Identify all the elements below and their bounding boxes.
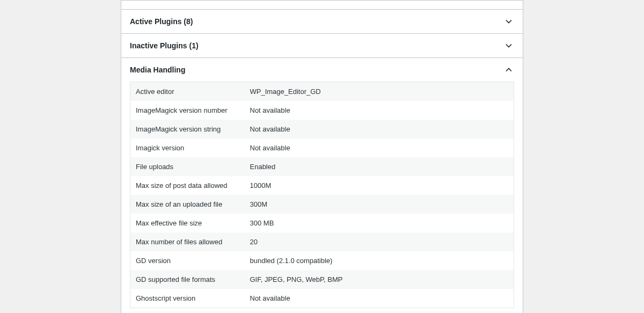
table-row: Max size of post data allowed1000M xyxy=(130,176,514,195)
row-label: GD version xyxy=(130,251,245,270)
panel-partial-top xyxy=(121,0,523,10)
table-row: ImageMagick version numberNot available xyxy=(130,101,514,120)
table-row: File uploadsEnabled xyxy=(130,157,514,176)
panel-body-media-handling: Active editorWP_Image_Editor_GDImageMagi… xyxy=(121,82,523,313)
row-value: 20 xyxy=(245,232,514,251)
row-value: GIF, JPEG, PNG, WebP, BMP xyxy=(245,270,514,289)
row-value: Not available xyxy=(245,289,514,308)
row-label: Active editor xyxy=(130,82,245,101)
table-row: GD supported file formatsGIF, JPEG, PNG,… xyxy=(130,270,514,289)
table-row: ImageMagick version stringNot available xyxy=(130,120,514,139)
panel-title: Active Plugins (8) xyxy=(130,17,193,26)
row-label: Max effective file size xyxy=(130,214,245,232)
row-label: ImageMagick version string xyxy=(130,120,245,139)
row-value: 300M xyxy=(245,195,514,214)
row-label: Max size of post data allowed xyxy=(130,176,245,195)
panel-title: Inactive Plugins (1) xyxy=(130,41,199,50)
row-value: 300 MB xyxy=(245,214,514,232)
panel-inactive-plugins: Inactive Plugins (1) xyxy=(121,34,523,58)
row-value: 1000M xyxy=(245,176,514,195)
media-handling-table: Active editorWP_Image_Editor_GDImageMagi… xyxy=(130,82,514,308)
table-row: Max number of files allowed20 xyxy=(130,232,514,251)
row-label: Max size of an uploaded file xyxy=(130,195,245,214)
row-value: Not available xyxy=(245,120,514,139)
table-row: Active editorWP_Image_Editor_GD xyxy=(130,82,514,101)
chevron-down-icon xyxy=(503,40,514,51)
row-label: ImageMagick version number xyxy=(130,101,245,120)
row-label: Imagick version xyxy=(130,139,245,157)
panel-media-handling: Media Handling Active editorWP_Image_Edi… xyxy=(121,58,523,313)
row-value: WP_Image_Editor_GD xyxy=(245,82,514,101)
chevron-up-icon xyxy=(503,64,514,75)
site-health-container: Active Plugins (8) Inactive Plugins (1) … xyxy=(121,0,523,313)
panel-title: Media Handling xyxy=(130,65,185,74)
panel-header-active-plugins[interactable]: Active Plugins (8) xyxy=(121,10,523,33)
row-value: Not available xyxy=(245,101,514,120)
row-label: Max number of files allowed xyxy=(130,232,245,251)
row-label: File uploads xyxy=(130,157,245,176)
row-value: Enabled xyxy=(245,157,514,176)
row-value: bundled (2.1.0 compatible) xyxy=(245,251,514,270)
row-label: GD supported file formats xyxy=(130,270,245,289)
table-row: Imagick versionNot available xyxy=(130,139,514,157)
row-label: Ghostscript version xyxy=(130,289,245,308)
table-row: Ghostscript versionNot available xyxy=(130,289,514,308)
chevron-down-icon xyxy=(503,16,514,27)
panel-active-plugins: Active Plugins (8) xyxy=(121,10,523,34)
panel-header-media-handling[interactable]: Media Handling xyxy=(121,58,523,82)
panel-header-inactive-plugins[interactable]: Inactive Plugins (1) xyxy=(121,34,523,57)
table-row: GD versionbundled (2.1.0 compatible) xyxy=(130,251,514,270)
table-row: Max effective file size300 MB xyxy=(130,214,514,232)
row-value: Not available xyxy=(245,139,514,157)
table-row: Max size of an uploaded file300M xyxy=(130,195,514,214)
